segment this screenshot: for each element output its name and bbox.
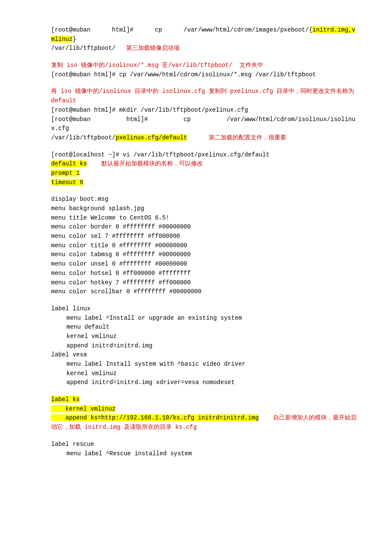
default-ks-highlight: default ks: [51, 160, 87, 167]
menu-title: menu title Welcome to CentOS 6.5!: [51, 214, 358, 223]
block-label-rescue: label rescue menu label ^Rescue installe…: [51, 440, 358, 458]
cp-images-line2: /var/lib/tftpboot/ 第三加载镜像启动项: [51, 44, 358, 53]
timeout6-line: timeout 6: [51, 178, 358, 188]
third-boot-comment: 第三加载镜像启动项: [126, 45, 180, 52]
vi-default-line: [root@localhost ~]# vi /var/lib/tftpboot…: [51, 150, 358, 160]
menu-color-unsel: menu color unsel 0 #ffffffff #00000000: [51, 260, 358, 269]
menu-color-tabmsg: menu color tabmsg 0 #ffffffff #00000000: [51, 250, 358, 260]
main-content: [root@muban html]# cp /var/www/html/cdro…: [51, 26, 358, 458]
label-ks-highlight: label ks: [51, 396, 80, 403]
menu-color-hotsel: menu color hotsel 0 #ff000000 #ffffffff: [51, 269, 358, 278]
ks-kernel-line: kernel vmlinuz: [51, 405, 358, 414]
block-vi-default: [root@localhost ~]# vi /var/lib/tftpboot…: [51, 150, 358, 188]
linux-menu-label: menu label ^Install or upgrade an existi…: [51, 314, 358, 323]
menu-color-hotkey: menu color hotkey 7 #ffffffff #ff000000: [51, 278, 358, 288]
menu-color-border: menu color border 0 #ffffffff #00000000: [51, 223, 358, 232]
linux-menu-default: menu default: [51, 323, 358, 332]
block-cp-images: [root@muban html]# cp /var/www/html/cdro…: [51, 26, 358, 53]
label-ks-line: label ks: [51, 395, 358, 405]
ks-append-line: append ks=http://192.168.1.10/ks.cfg ini…: [51, 413, 358, 432]
menu-color-title: menu color title 0 #ffffffff #00000000: [51, 241, 358, 251]
prompt1-highlight: prompt 1: [51, 170, 80, 176]
block-menu-settings: display boot.msg menu background splash.…: [51, 195, 358, 297]
pxelinux-cfg-highlight: pxelinux.cfg/default: [115, 134, 187, 141]
default-ks-comment: 默认最开始加载模块的名称，可以修改: [101, 160, 203, 167]
vesa-append: append initrd=initrd.img xdriver=vesa no…: [51, 378, 358, 387]
block-copy-msg: 复制 iso 镜像中的/isolinux/*.msg 至/var/lib/tft…: [51, 61, 358, 79]
vesa-kernel: kernel vmlinuz: [51, 369, 358, 379]
default-ks-line: default ks 默认最开始加载模块的名称，可以修改: [51, 159, 358, 169]
block-label-ks: label ks kernel vmlinuz append ks=http:/…: [51, 395, 358, 432]
cp-images-line1: [root@muban html]# cp /var/www/html/cdro…: [51, 26, 358, 44]
linux-append: append initrd=initrd.img: [51, 341, 358, 351]
mkdir-comment: 将 iso 镜像中的/isolinux 目录中的 isolinux.cfg 复制…: [51, 87, 358, 105]
copy-msg-line: [root@muban html]# cp /var/www/html/cdro…: [51, 70, 358, 80]
menu-color-scrollbar: menu color scrollbar 0 #ffffffff #000000…: [51, 287, 358, 297]
ks-append-highlight: append ks=http://192.168.1.10/ks.cfg ini…: [51, 414, 259, 421]
block-label-linux-vesa: label linux menu label ^Install or upgra…: [51, 304, 358, 387]
block-mkdir-cp: 将 iso 镜像中的/isolinux 目录中的 isolinux.cfg 复制…: [51, 87, 358, 142]
copy-msg-comment: 复制 iso 镜像中的/isolinux/*.msg 至/var/lib/tft…: [51, 61, 358, 70]
label-vesa: label vesa: [51, 350, 358, 360]
mkdir-line: [root@muban html]# mkdir /var/lib/tftpbo…: [51, 106, 358, 115]
menu-background: menu background splash.jpg: [51, 204, 358, 214]
label-linux: label linux: [51, 304, 358, 314]
timeout6-highlight: timeout 6: [51, 179, 84, 186]
label-rescue: label rescue: [51, 440, 358, 449]
menu-display: display boot.msg: [51, 195, 358, 204]
rescue-menu-label: menu label ^Rescue installed system: [51, 449, 358, 459]
menu-color-sel: menu color sel 7 #ffffffff #ff000000: [51, 232, 358, 241]
cp-cfg-line: [root@muban html]# cp /var/www/html/cdro…: [51, 115, 358, 143]
linux-kernel: kernel vmlinuz: [51, 332, 358, 341]
vesa-menu-label: menu label Install system with ^basic vi…: [51, 360, 358, 369]
prompt1-line: prompt 1: [51, 169, 358, 178]
ks-kernel-highlight: kernel vmlinuz: [51, 405, 115, 412]
second-config-comment: 第二加载的配置文件，很重要: [209, 134, 286, 141]
